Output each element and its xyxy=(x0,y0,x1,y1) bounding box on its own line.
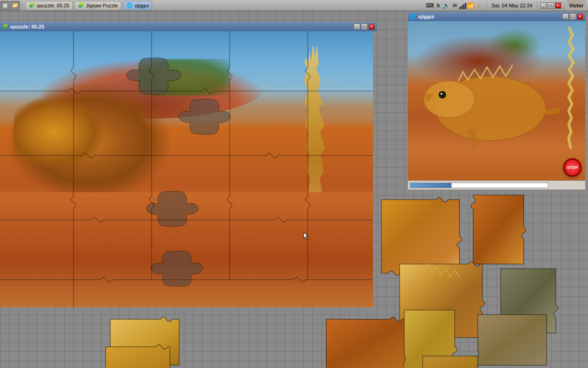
xpuzzle-maximize-btn[interactable]: □ xyxy=(361,23,368,30)
taskbar-separator-2 xyxy=(486,1,487,10)
taskbar-maximize-btn[interactable]: □ xyxy=(548,2,554,9)
xpuzzle-window-buttons: _ □ ✕ xyxy=(354,23,375,30)
ref-window-buttons: _ □ ✕ xyxy=(562,13,583,20)
svg-point-4 xyxy=(441,93,442,95)
piece-9-svg xyxy=(101,342,175,368)
piece-10-svg xyxy=(418,351,492,368)
reference-window: 🌐 xjiggui _ □ ✕ xyxy=(407,11,586,190)
ref-close-btn[interactable]: ✕ xyxy=(577,13,583,20)
xpuzzle-task-icon: 🧩 xyxy=(28,2,35,9)
stop-label: STOP xyxy=(567,165,578,170)
ref-maximize-btn[interactable]: □ xyxy=(570,13,576,20)
keyboard-icon: ⌨ xyxy=(426,2,434,9)
taskbar-close-btn[interactable]: ✕ xyxy=(555,2,561,9)
volume-icon[interactable]: 🔊 xyxy=(443,2,450,9)
svg-point-2 xyxy=(424,81,475,118)
taskbar: ▦ 📁 🧩 xpuzzle: 05:25 🧩 Jigsaw Puzzle 🌐 x… xyxy=(0,0,588,11)
ref-title-area: 🌐 xjiggui xyxy=(410,14,434,20)
desktop: 🧩 xpuzzle: 05:25 _ □ ✕ xyxy=(0,11,588,368)
stop-button[interactable]: STOP xyxy=(563,158,582,177)
xpuzzle-titlebar: 🧩 xpuzzle: 05:25 _ □ ✕ xyxy=(0,22,377,31)
taskbar-right: ⌨ 🖱 🔊 ✉ 📶 ⚠ Sat, 04 May 22:34 _ □ ✕ Vict… xyxy=(424,0,588,11)
taskbar-apps: ▦ 📁 xyxy=(0,0,20,11)
ref-window-icon: 🌐 xyxy=(410,14,416,20)
puzzle-hole-2 xyxy=(178,99,231,135)
user-display: Victor xyxy=(566,0,586,11)
warning-icon: ⚠ xyxy=(475,2,483,9)
taskbar-task-xpuzzle[interactable]: 🧩 xpuzzle: 05:25 xyxy=(25,1,73,10)
progress-fill xyxy=(410,183,452,188)
xpuzzle-minimize-btn[interactable]: _ xyxy=(354,23,360,30)
scattered-piece-10[interactable] xyxy=(418,351,492,368)
signal-bars xyxy=(459,2,466,9)
email-icon[interactable]: ✉ xyxy=(451,2,458,9)
ref-bg-layer xyxy=(408,21,585,180)
taskbar-minimize-btn[interactable]: _ xyxy=(540,2,547,9)
ref-image-area: STOP xyxy=(408,21,585,180)
xpuzzle-window-title: xpuzzle: 05:25 xyxy=(10,24,45,29)
ref-lizard-svg xyxy=(422,40,560,155)
taskbar-task-xjiggui[interactable]: 🌐 xjiggui xyxy=(123,1,152,10)
ref-spines-svg xyxy=(558,26,581,155)
jigsaw-task-label: Jigsaw Puzzle xyxy=(86,3,118,8)
taskbar-separator-4 xyxy=(564,1,565,10)
taskbar-separator-1 xyxy=(22,1,23,10)
svg-point-3 xyxy=(439,91,446,98)
taskbar-task-jigsaw[interactable]: 🧩 Jigsaw Puzzle xyxy=(74,1,121,10)
ref-minimize-btn[interactable]: _ xyxy=(562,13,569,20)
puzzle-hole-3 xyxy=(146,191,198,227)
mouse-icon: 🖱 xyxy=(435,2,442,9)
ref-lizard xyxy=(422,40,560,155)
system-tray: ⌨ 🖱 🔊 ✉ 📶 ⚠ xyxy=(424,2,485,9)
app-menu-icon[interactable]: ▦ xyxy=(0,1,10,10)
wifi-icon: 📶 xyxy=(467,2,475,9)
svg-point-7 xyxy=(572,61,575,64)
scattered-piece-9[interactable] xyxy=(101,342,175,368)
puzzle-main-area[interactable] xyxy=(0,31,373,307)
file-manager-icon[interactable]: 📁 xyxy=(11,1,20,10)
xpuzzle-task-label: xpuzzle: 05:25 xyxy=(37,3,69,8)
svg-point-6 xyxy=(572,47,575,50)
xpuzzle-close-btn[interactable]: ✕ xyxy=(368,23,375,30)
progress-bar xyxy=(410,183,548,188)
xpuzzle-title-icon: 🧩 xyxy=(2,24,8,30)
xjiggui-task-label: xjiggui xyxy=(135,3,149,8)
puzzle-hole-4 xyxy=(151,251,203,287)
ref-window-title: xjiggui xyxy=(418,14,434,19)
jigsaw-task-icon: 🧩 xyxy=(78,2,84,9)
taskbar-window-controls: _ □ ✕ xyxy=(539,2,562,9)
xpuzzle-title-area: 🧩 xpuzzle: 05:25 xyxy=(2,24,45,30)
svg-point-5 xyxy=(571,34,574,36)
ref-spines xyxy=(558,26,581,155)
clock-display: Sat, 04 May 22:34 xyxy=(489,3,535,8)
taskbar-separator-3 xyxy=(537,1,537,10)
xjiggui-task-icon: 🌐 xyxy=(126,2,133,9)
ref-window-titlebar: 🌐 xjiggui _ □ ✕ xyxy=(408,12,585,21)
ref-progress-bar-area xyxy=(408,180,585,190)
puzzle-cuts-svg xyxy=(0,31,373,307)
